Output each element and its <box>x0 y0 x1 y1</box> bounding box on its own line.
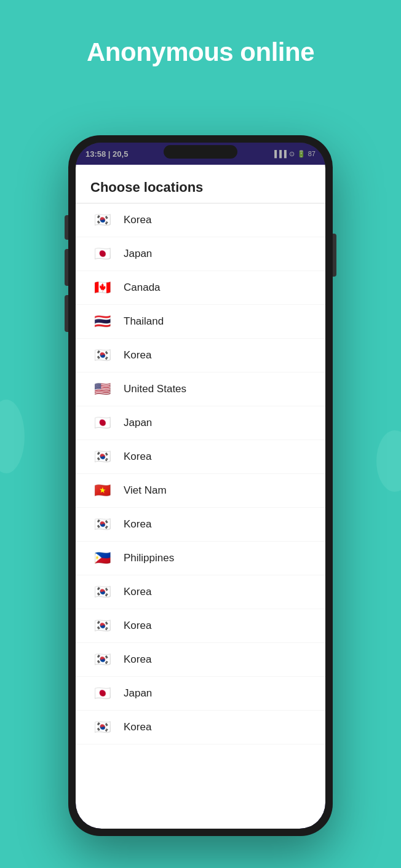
flag-icon: 🇰🇷 <box>90 449 114 465</box>
location-name: Korea <box>124 349 151 361</box>
location-name: Japan <box>124 417 152 429</box>
modal-title: Choose locations <box>90 180 311 195</box>
phone-shell: 13:58 | 20,5 ▐▐▐ ⊙ 🔋 87 <box>68 135 333 836</box>
location-name: Thailand <box>124 315 164 328</box>
flag-icon: 🇵🇭 <box>90 550 114 566</box>
modal-header: Choose locations <box>76 165 325 203</box>
flag-icon: 🇰🇷 <box>90 516 114 532</box>
location-name: Japan <box>124 687 152 700</box>
list-item[interactable]: 🇰🇷Korea <box>76 609 325 643</box>
location-name: Philippines <box>124 552 174 564</box>
list-item[interactable]: 🇵🇭Philippines <box>76 542 325 575</box>
list-item[interactable]: 🇰🇷Korea <box>76 575 325 609</box>
flag-icon: 🇰🇷 <box>90 618 114 634</box>
flag-icon: 🇹🇭 <box>90 314 114 329</box>
location-name: Korea <box>124 214 151 226</box>
power-button <box>333 234 336 277</box>
location-name: Korea <box>124 451 151 463</box>
flag-icon: 🇺🇸 <box>90 381 114 397</box>
location-name: Korea <box>124 586 151 598</box>
page-background: Anonymous online 13:58 | 20,5 ▐▐▐ ⊙ 🔋 87 <box>0 0 401 868</box>
list-item[interactable]: 🇯🇵Japan <box>76 237 325 271</box>
location-modal: Choose locations 🇰🇷Korea🇯🇵Japan🇨🇦Canada🇹… <box>76 165 325 829</box>
location-list[interactable]: 🇰🇷Korea🇯🇵Japan🇨🇦Canada🇹🇭Thailand🇰🇷Korea🇺… <box>76 203 325 818</box>
location-name: Viet Nam <box>124 484 167 497</box>
list-item[interactable]: 🇻🇳Viet Nam <box>76 474 325 508</box>
list-item[interactable]: 🇰🇷Korea <box>76 508 325 542</box>
flag-icon: 🇯🇵 <box>90 246 114 262</box>
location-name: Korea <box>124 653 151 666</box>
volume-down-button <box>65 295 68 332</box>
list-item[interactable]: 🇰🇷Korea <box>76 339 325 373</box>
flag-icon: 🇻🇳 <box>90 483 114 499</box>
location-name: Korea <box>124 620 151 632</box>
location-name: Korea <box>124 518 151 531</box>
phone-notch <box>164 145 237 159</box>
list-item[interactable]: 🇰🇷Korea <box>76 440 325 474</box>
flag-icon: 🇰🇷 <box>90 347 114 363</box>
list-item[interactable]: 🇯🇵Japan <box>76 677 325 711</box>
list-item[interactable]: 🇰🇷Korea <box>76 203 325 237</box>
location-name: Korea <box>124 721 151 733</box>
location-name: Canada <box>124 282 161 294</box>
list-item[interactable]: 🇹🇭Thailand <box>76 305 325 339</box>
list-item[interactable]: 🇰🇷Korea <box>76 643 325 677</box>
flag-icon: 🇰🇷 <box>90 719 114 735</box>
list-item[interactable]: 🇺🇸United States <box>76 373 325 406</box>
decorative-bump-left <box>0 400 25 473</box>
flag-icon: 🇯🇵 <box>90 685 114 701</box>
flag-icon: 🇰🇷 <box>90 652 114 668</box>
list-item[interactable]: 🇰🇷Korea <box>76 711 325 744</box>
decorative-bump-right <box>376 430 401 492</box>
flag-icon: 🇰🇷 <box>90 212 114 228</box>
flag-icon: 🇯🇵 <box>90 415 114 431</box>
volume-up-button <box>65 249 68 286</box>
location-name: Japan <box>124 248 152 260</box>
list-item[interactable]: 🇯🇵Japan <box>76 406 325 440</box>
mute-button <box>65 215 68 240</box>
list-item[interactable]: 🇨🇦Canada <box>76 271 325 305</box>
flag-icon: 🇨🇦 <box>90 280 114 296</box>
flag-icon: 🇰🇷 <box>90 584 114 600</box>
phone-screen: 13:58 | 20,5 ▐▐▐ ⊙ 🔋 87 <box>76 143 325 829</box>
location-name: United States <box>124 383 186 395</box>
page-title: Anonymous online <box>0 0 401 68</box>
